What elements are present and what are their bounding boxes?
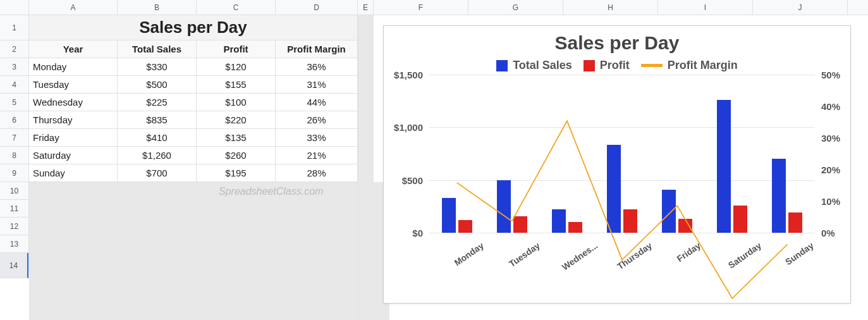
grid-body: Sales per Day Year Total Sales Profit Pr…: [29, 15, 868, 320]
y-right-tick: 0%: [815, 228, 835, 238]
y-left-tick: $1,500: [394, 70, 429, 80]
y-left-tick: $1,000: [394, 122, 429, 133]
header-year[interactable]: Year: [29, 40, 118, 58]
cell-margin[interactable]: 44%: [276, 94, 358, 111]
cell-margin[interactable]: 26%: [276, 111, 358, 129]
x-tick-label: Tuesday: [484, 233, 539, 250]
col-header-H[interactable]: H: [563, 0, 658, 15]
line-icon: [641, 64, 663, 67]
watermark: SpreadsheetClass.com: [219, 186, 323, 197]
row-header-7[interactable]: 7: [0, 129, 28, 147]
col-header-C[interactable]: C: [197, 0, 276, 15]
legend-profit: Profit: [584, 59, 630, 72]
x-tick-label: Sunday: [760, 233, 815, 250]
cell-day[interactable]: Thursday: [29, 111, 118, 129]
row-header-14[interactable]: 14: [0, 253, 28, 278]
y-left-tick: $0: [412, 228, 429, 238]
row-header-10[interactable]: 10: [0, 182, 28, 200]
row-header-8[interactable]: 8: [0, 147, 28, 164]
cell-total[interactable]: $1,260: [118, 147, 197, 164]
y-right-tick: 20%: [815, 164, 840, 175]
x-tick-label: Thursday: [594, 233, 649, 250]
cell-margin[interactable]: 31%: [276, 76, 358, 94]
row-headers: 1 2 3 4 5 6 7 8 9 10 11 12 13 14: [0, 15, 29, 278]
cell-profit[interactable]: $260: [197, 147, 276, 164]
y-right-tick: 30%: [815, 133, 840, 144]
col-header-I[interactable]: I: [658, 0, 753, 15]
row-header-1[interactable]: 1: [0, 15, 28, 40]
header-profit[interactable]: Profit: [197, 40, 276, 58]
y-left-tick: $500: [402, 175, 429, 185]
cell-day[interactable]: Wednesday: [29, 94, 118, 111]
cell-day[interactable]: Tuesday: [29, 76, 118, 94]
row-header-9[interactable]: 9: [0, 164, 28, 182]
row-header-5[interactable]: 5: [0, 94, 28, 111]
x-tick-label: Saturday: [705, 233, 760, 250]
col-header-D[interactable]: D: [276, 0, 358, 15]
cell-day[interactable]: Sunday: [29, 164, 118, 182]
row-header-13[interactable]: 13: [0, 235, 28, 253]
col-header-E[interactable]: E: [358, 0, 374, 15]
row-header-2[interactable]: 2: [0, 40, 28, 58]
cell-day[interactable]: Friday: [29, 129, 118, 147]
legend-label: Profit Margin: [668, 59, 738, 72]
col-header-F[interactable]: F: [374, 0, 468, 15]
chart-title: Sales per Day: [384, 26, 850, 54]
spreadsheet: A B C D E F G H I J 1 2 3 4 5 6 7 8 9 10…: [0, 0, 868, 320]
cell-day[interactable]: Monday: [29, 58, 118, 76]
col-E-spacer[interactable]: [358, 15, 374, 320]
y-right-tick: 10%: [815, 196, 840, 207]
cell-margin[interactable]: 33%: [276, 129, 358, 147]
row-header-12[interactable]: 12: [0, 218, 28, 235]
plot-area: $1,500 $1,000 $500 $0 50% 40% 30% 20% 10…: [429, 75, 815, 233]
header-total-sales[interactable]: Total Sales: [118, 40, 197, 58]
cell-profit[interactable]: $220: [197, 111, 276, 129]
col-header-A[interactable]: A: [29, 0, 118, 15]
cell-profit[interactable]: $155: [197, 76, 276, 94]
cell-margin[interactable]: 28%: [276, 164, 358, 182]
col-header-B[interactable]: B: [118, 0, 197, 15]
cell-total[interactable]: $835: [118, 111, 197, 129]
x-axis-labels: MondayTuesdayWednes...ThursdayFridaySatu…: [429, 233, 815, 250]
x-tick-label: Monday: [429, 233, 484, 250]
cell-margin[interactable]: 21%: [276, 147, 358, 164]
x-tick-label: Friday: [650, 233, 705, 250]
row-header-4[interactable]: 4: [0, 76, 28, 94]
square-icon: [496, 60, 508, 71]
y-right-tick: 50%: [815, 70, 840, 80]
cell-total[interactable]: $700: [118, 164, 197, 182]
table-title-cell[interactable]: Sales per Day: [29, 15, 358, 40]
chart-legend: Total Sales Profit Profit Margin: [384, 54, 850, 75]
row-header-3[interactable]: 3: [0, 58, 28, 76]
legend-total-sales: Total Sales: [496, 59, 572, 72]
col-header-J[interactable]: J: [753, 0, 848, 15]
row-header-11[interactable]: 11: [0, 200, 28, 218]
y-right-tick: 40%: [815, 101, 840, 112]
cell-profit[interactable]: $195: [197, 164, 276, 182]
cell-day[interactable]: Saturday: [29, 147, 118, 164]
cell-profit[interactable]: $135: [197, 129, 276, 147]
chart[interactable]: Sales per Day Total Sales Profit Profit …: [383, 25, 851, 304]
cell-total[interactable]: $330: [118, 58, 197, 76]
cell-total[interactable]: $410: [118, 129, 197, 147]
row-header-6[interactable]: 6: [0, 111, 28, 129]
header-profit-margin[interactable]: Profit Margin: [276, 40, 358, 58]
legend-profit-margin: Profit Margin: [641, 59, 738, 72]
cell-margin[interactable]: 36%: [276, 58, 358, 76]
cell-profit[interactable]: $100: [197, 94, 276, 111]
column-headers: A B C D E F G H I J: [0, 0, 868, 15]
legend-label: Profit: [600, 59, 630, 72]
square-icon: [584, 60, 595, 71]
empty-area[interactable]: [29, 182, 389, 320]
line-series: [429, 75, 815, 320]
select-all-corner[interactable]: [0, 0, 29, 15]
cell-profit[interactable]: $120: [197, 58, 276, 76]
cell-total[interactable]: $500: [118, 76, 197, 94]
x-tick-label: Wednes...: [539, 233, 594, 250]
col-header-G[interactable]: G: [468, 0, 563, 15]
cell-total[interactable]: $225: [118, 94, 197, 111]
legend-label: Total Sales: [513, 59, 572, 72]
